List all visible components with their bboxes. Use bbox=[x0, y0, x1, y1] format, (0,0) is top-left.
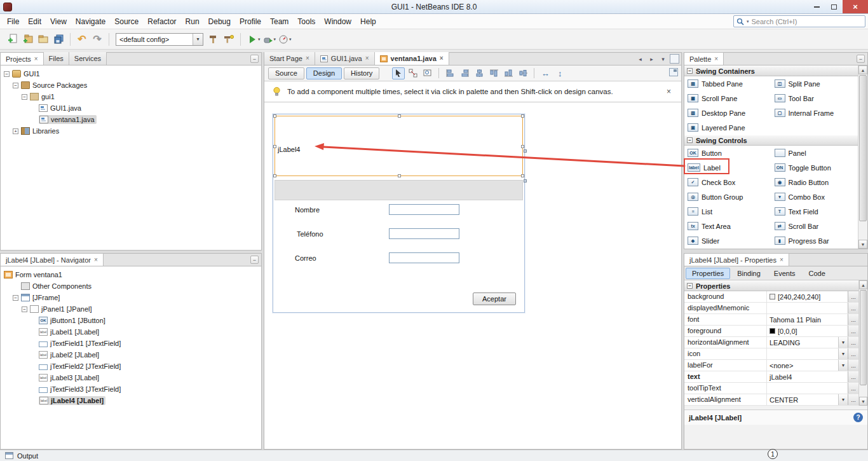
nombre-field[interactable] bbox=[389, 204, 459, 215]
tree-node-gui1-package[interactable]: − gui1 bbox=[1, 91, 261, 102]
palette-item-button[interactable]: OKButton bbox=[684, 146, 771, 160]
edit-property-button[interactable]: ... bbox=[848, 348, 858, 359]
tab-list-dropdown-icon[interactable]: ▾ bbox=[658, 54, 668, 64]
property-row-font[interactable]: font Tahoma 11 Plain ... bbox=[684, 314, 858, 326]
resize-handle[interactable] bbox=[398, 174, 401, 177]
align-top-button[interactable] bbox=[487, 67, 500, 79]
form-gray-panel[interactable] bbox=[275, 180, 523, 200]
resize-handle[interactable] bbox=[273, 114, 276, 118]
close-tab-icon[interactable]: × bbox=[440, 55, 444, 62]
preview-design-button[interactable] bbox=[421, 67, 434, 79]
menu-debug[interactable]: Debug bbox=[204, 14, 235, 29]
correo-field[interactable] bbox=[389, 252, 459, 263]
align-center-vertical-button[interactable] bbox=[517, 67, 529, 79]
palette-item-toggle-button[interactable]: ONToggle Button bbox=[771, 160, 858, 175]
collapse-toggle-icon[interactable]: − bbox=[22, 94, 27, 100]
tree-node-libraries[interactable]: + Libraries bbox=[1, 125, 261, 137]
collapse-toggle-icon[interactable]: − bbox=[13, 83, 18, 88]
scroll-tabs-right-icon[interactable]: ▸ bbox=[647, 54, 656, 64]
align-left-button[interactable] bbox=[444, 67, 456, 79]
view-design-button[interactable]: Design bbox=[306, 67, 342, 79]
align-bottom-button[interactable] bbox=[502, 67, 515, 79]
palette-item-panel[interactable]: Panel bbox=[771, 146, 858, 160]
palette-item-desktop-pane[interactable]: ▧Desktop Pane bbox=[684, 106, 771, 120]
auto-resize-horizontal-button[interactable]: ↔ bbox=[539, 67, 552, 79]
scroll-down-icon[interactable]: ▼ bbox=[859, 397, 867, 406]
notification-badge[interactable]: 1 bbox=[768, 449, 778, 459]
align-right-button[interactable] bbox=[458, 67, 471, 79]
search-dropdown-icon[interactable]: ▾ bbox=[747, 19, 749, 24]
close-tab-icon[interactable]: × bbox=[94, 257, 98, 263]
scroll-up-icon[interactable]: ▲ bbox=[858, 65, 867, 74]
property-row-verticalAlignment[interactable]: verticalAlignment CENTER ▾ ... bbox=[684, 394, 858, 406]
property-dropdown-icon[interactable]: ▾ bbox=[838, 360, 848, 371]
edit-property-button[interactable]: ... bbox=[848, 303, 858, 313]
scroll-up-icon[interactable]: ▲ bbox=[859, 280, 867, 289]
maximize-button[interactable] bbox=[825, 0, 843, 13]
redo-button[interactable]: ↷ bbox=[90, 32, 105, 47]
palette-item-scroll-pane[interactable]: ▦Scroll Pane bbox=[684, 91, 771, 106]
property-row-foreground[interactable]: foreground [0,0,0] ... bbox=[684, 326, 858, 337]
expand-toggle-icon[interactable]: + bbox=[13, 128, 18, 134]
tree-node-jlabel3[interactable]: jLabel3 [JLabel] bbox=[1, 372, 261, 383]
new-file-button[interactable] bbox=[5, 32, 20, 47]
collapse-toggle-icon[interactable]: − bbox=[4, 71, 10, 77]
palette-item-scroll-bar[interactable]: ⇄Scroll Bar bbox=[771, 219, 858, 233]
property-row-displayedMnemonic[interactable]: displayedMnemonic ... bbox=[684, 303, 858, 314]
undo-button[interactable]: ↶ bbox=[74, 32, 90, 47]
resize-handle[interactable] bbox=[521, 174, 524, 177]
collapse-section-icon[interactable]: − bbox=[687, 137, 693, 143]
design-canvas[interactable]: jLabel4 Nombre Teléfono Correo Aceptar bbox=[264, 102, 681, 449]
menu-help[interactable]: Help bbox=[356, 14, 381, 29]
tab-palette[interactable]: Palette × bbox=[684, 52, 724, 65]
tree-node-gui1-java[interactable]: GUI1.java bbox=[1, 102, 261, 114]
dismiss-hint-icon[interactable]: × bbox=[664, 87, 674, 96]
resize-handle[interactable] bbox=[273, 145, 276, 148]
resize-handle[interactable] bbox=[398, 114, 401, 118]
profile-dropdown-icon[interactable]: ▾ bbox=[289, 37, 292, 42]
open-project-button[interactable] bbox=[36, 32, 51, 47]
palette-item-slider[interactable]: ◆Slider bbox=[684, 233, 771, 248]
collapse-toggle-icon[interactable]: − bbox=[22, 306, 27, 312]
menu-tools[interactable]: Tools bbox=[293, 14, 320, 29]
new-project-button[interactable] bbox=[20, 32, 36, 47]
maximize-editor-icon[interactable] bbox=[670, 54, 679, 64]
property-row-text[interactable]: text jLabel4 ... bbox=[684, 371, 858, 383]
edit-property-button[interactable]: ... bbox=[848, 371, 858, 382]
tree-node-form-ventana1[interactable]: Form ventana1 bbox=[1, 269, 261, 280]
quick-search[interactable]: ▾ bbox=[733, 15, 865, 27]
auto-resize-vertical-button[interactable]: ↕ bbox=[553, 67, 566, 79]
menu-navigate[interactable]: Navigate bbox=[71, 14, 110, 29]
tab-services[interactable]: Services bbox=[69, 52, 107, 65]
menu-edit[interactable]: Edit bbox=[24, 14, 46, 29]
property-row-background[interactable]: background [240,240,240] ... bbox=[684, 291, 858, 303]
property-row-horizontalAlignment[interactable]: horizontalAlignment LEADING ▾ ... bbox=[684, 337, 858, 348]
tree-node-jframe[interactable]: − [JFrame] bbox=[1, 292, 261, 303]
palette-item-text-area[interactable]: txText Area bbox=[684, 219, 771, 233]
minimize-button[interactable] bbox=[808, 0, 825, 13]
run-dropdown-icon[interactable]: ▾ bbox=[258, 37, 261, 42]
palette-item-check-box[interactable]: ✓Check Box bbox=[684, 175, 771, 189]
connection-mode-button[interactable] bbox=[407, 67, 419, 79]
scroll-tabs-left-icon[interactable]: ◂ bbox=[635, 54, 645, 64]
design-form[interactable]: jLabel4 Nombre Teléfono Correo Aceptar bbox=[273, 114, 525, 313]
tree-node-jtextfield2[interactable]: jTextField2 [JTextField] bbox=[1, 361, 261, 372]
help-icon[interactable]: ? bbox=[853, 413, 863, 422]
tab-properties[interactable]: Properties bbox=[686, 268, 730, 279]
nombre-label[interactable]: Nombre bbox=[295, 206, 320, 214]
close-tab-icon[interactable]: × bbox=[365, 55, 369, 62]
resize-handle[interactable] bbox=[521, 114, 524, 118]
menu-team[interactable]: Team bbox=[266, 14, 293, 29]
output-label[interactable]: Output bbox=[17, 452, 38, 460]
minimize-panel-icon[interactable]: − bbox=[250, 55, 259, 63]
tree-node-jbutton1[interactable]: jButton1 [JButton] bbox=[1, 315, 261, 326]
form-resize-handle[interactable] bbox=[524, 179, 527, 182]
menu-run[interactable]: Run bbox=[181, 14, 204, 29]
edit-property-button[interactable]: ... bbox=[848, 314, 858, 325]
section-swing-controls[interactable]: − Swing Controls bbox=[684, 135, 858, 146]
tab-navigator[interactable]: jLabel4 [JLabel] - Navigator × bbox=[1, 253, 104, 266]
close-button[interactable]: × bbox=[843, 0, 868, 13]
tab-projects[interactable]: Projects × bbox=[1, 52, 44, 65]
aceptar-button[interactable]: Aceptar bbox=[473, 292, 516, 305]
maximize-view-icon[interactable] bbox=[669, 68, 678, 76]
